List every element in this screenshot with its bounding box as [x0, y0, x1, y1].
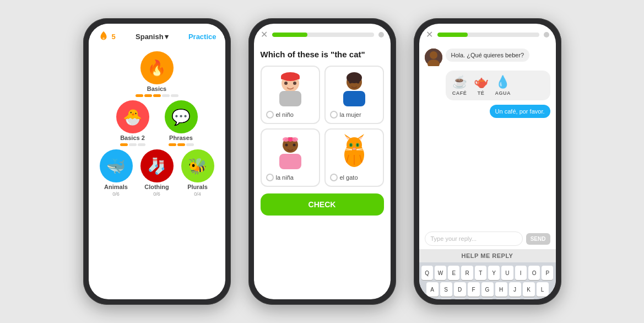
option-el-gato[interactable]: el gato	[324, 128, 384, 187]
key-b[interactable]: B	[495, 299, 507, 299]
plurals-circle: 🐝	[181, 149, 214, 182]
plurals-label: Plurals	[187, 184, 208, 190]
lesson-clothing[interactable]: 🧦 Clothing 0/6	[140, 149, 174, 197]
backspace-key[interactable]: ⌫	[537, 299, 552, 299]
language-selector[interactable]: Spanish ▾	[136, 33, 169, 41]
key-g[interactable]: G	[481, 282, 494, 297]
svg-rect-9	[343, 91, 365, 106]
key-n[interactable]: N	[509, 299, 521, 299]
chat-items-bubble: ☕ CAFÉ 🫖 TÉ 💧 AGUA	[446, 71, 550, 100]
svg-rect-16	[279, 154, 301, 169]
clothing-label: Clothing	[144, 184, 169, 190]
streak-display: 5	[98, 30, 116, 42]
key-d[interactable]: D	[454, 282, 466, 297]
practice-button[interactable]: Practice	[188, 33, 217, 41]
quiz-progress-fill	[272, 33, 308, 37]
close-icon[interactable]: ✕	[261, 29, 268, 40]
item-agua-label: AGUA	[495, 90, 511, 96]
basics-label: Basics	[147, 85, 166, 92]
basics-circle: 🔥	[140, 51, 174, 84]
key-y[interactable]: Y	[488, 266, 500, 280]
quiz-question: Which of these is "the cat"	[261, 50, 384, 59]
help-reply-button[interactable]: HELP ME REPLY	[419, 249, 556, 262]
phone-2: ✕ Which of these is "the cat"	[248, 18, 396, 305]
chat-close-icon[interactable]: ✕	[426, 29, 433, 40]
key-c[interactable]: C	[468, 299, 480, 299]
basics-row: 🔥 Basics	[136, 51, 178, 97]
quiz-content: Which of these is "the cat"	[254, 43, 391, 222]
chat-content: Hola. ¿Qué quieres beber? ☕ CAFÉ 🫖	[419, 43, 556, 299]
option-la-mujer-radio[interactable]	[330, 111, 338, 119]
chat-progress-track	[437, 33, 539, 37]
option-el-nino-radio[interactable]	[266, 111, 274, 119]
svg-point-29	[353, 148, 356, 150]
svg-point-6	[293, 82, 296, 85]
key-e[interactable]: E	[448, 266, 459, 280]
key-i[interactable]: I	[515, 266, 527, 280]
chat-input-row: Type your reply... SEND	[419, 229, 556, 249]
check-button[interactable]: CHECK	[261, 193, 384, 216]
phrases-progress	[169, 143, 194, 146]
clothing-circle: 🧦	[140, 149, 174, 182]
svg-point-18	[293, 144, 295, 147]
svg-point-11	[356, 81, 359, 84]
lesson-phrases[interactable]: 💬 Phrases	[165, 100, 198, 146]
key-k[interactable]: K	[523, 282, 535, 297]
option-el-nino[interactable]: el niño	[261, 66, 320, 124]
progress-dot	[378, 32, 384, 37]
key-s[interactable]: S	[440, 282, 452, 297]
svg-point-8	[347, 72, 362, 83]
key-m[interactable]: M	[523, 299, 535, 299]
key-a[interactable]: A	[426, 282, 439, 297]
phrases-label: Phrases	[169, 134, 193, 141]
option-la-mujer-avatar	[335, 71, 373, 109]
key-j[interactable]: J	[509, 282, 521, 297]
key-r[interactable]: R	[461, 266, 473, 280]
key-v[interactable]: V	[481, 299, 494, 299]
chat-avatar	[425, 49, 442, 66]
key-p[interactable]: P	[542, 266, 553, 280]
lesson-basics2[interactable]: 🐣 Basics 2	[116, 100, 149, 146]
key-h[interactable]: H	[495, 282, 507, 297]
send-button[interactable]: SEND	[526, 233, 550, 245]
lesson-basics[interactable]: 🔥 Basics	[136, 51, 178, 97]
key-w[interactable]: W	[435, 266, 446, 280]
option-la-mujer-label: la mujer	[340, 111, 361, 118]
key-z[interactable]: Z	[440, 299, 452, 299]
shift-key[interactable]: ⇧	[423, 299, 439, 299]
chat-bubble-sent: Un café, por favor.	[490, 105, 550, 118]
item-te: 🫖 TÉ	[474, 75, 489, 96]
option-la-nina[interactable]: la niña	[261, 128, 320, 187]
option-el-gato-radio[interactable]	[330, 174, 338, 181]
phrases-circle: 💬	[165, 100, 198, 133]
option-el-nino-label: el niño	[276, 111, 294, 118]
keyboard: Q W E R T Y U I O P A S D	[419, 262, 556, 299]
item-agua: 💧 AGUA	[495, 75, 511, 96]
chat-area: Hola. ¿Qué quieres beber? ☕ CAFÉ 🫖	[419, 43, 556, 229]
option-la-nina-radio[interactable]	[266, 174, 274, 181]
option-la-nina-avatar	[272, 134, 309, 171]
quiz-top-bar: ✕	[254, 24, 391, 43]
option-el-nino-avatar	[272, 71, 309, 109]
lesson-animals[interactable]: 🐳 Animals 0/6	[100, 149, 133, 197]
svg-point-17	[285, 144, 288, 147]
chat-top-bar: ✕	[419, 24, 556, 43]
key-x[interactable]: X	[454, 299, 466, 299]
keyboard-row-3: ⇧ Z X C V B N M ⌫	[421, 299, 554, 299]
key-f[interactable]: F	[468, 282, 480, 297]
key-t[interactable]: T	[475, 266, 486, 280]
chat-reply-input[interactable]: Type your reply...	[425, 232, 523, 246]
svg-point-5	[284, 82, 288, 85]
keyboard-row-2: A S D F G H J K L	[421, 282, 554, 297]
keyboard-row-1: Q W E R T Y U I O P	[421, 266, 554, 280]
animals-label: Animals	[104, 184, 128, 190]
key-o[interactable]: O	[528, 266, 540, 280]
key-q[interactable]: Q	[421, 266, 433, 280]
chevron-down-icon: ▾	[165, 33, 169, 41]
lesson-plurals[interactable]: 🐝 Plurals 0/4	[181, 149, 214, 197]
key-u[interactable]: U	[501, 266, 513, 280]
option-la-mujer[interactable]: la mujer	[324, 66, 384, 124]
basics2-circle: 🐣	[116, 100, 149, 133]
chat-progress-fill	[437, 33, 468, 37]
key-l[interactable]: L	[537, 282, 549, 297]
